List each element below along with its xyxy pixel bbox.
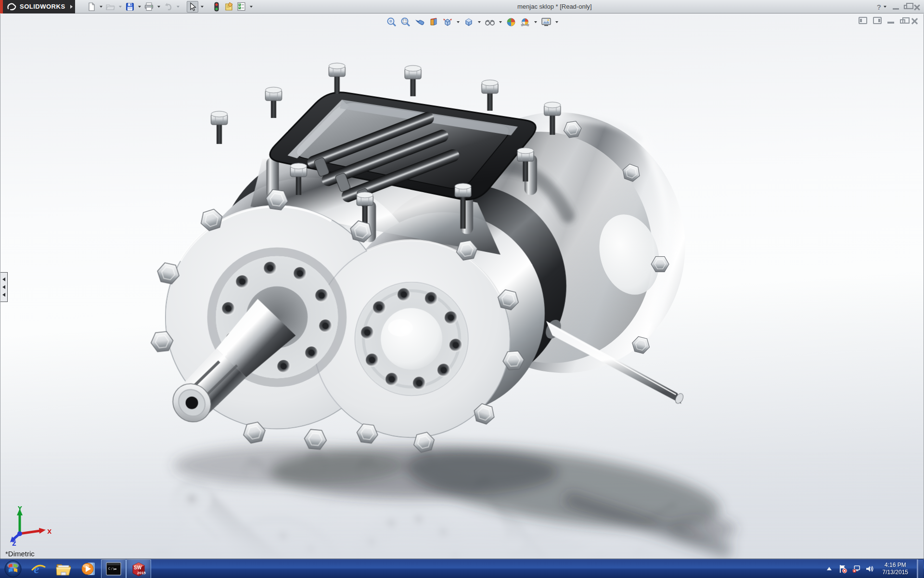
restore-document-button[interactable] <box>900 19 905 24</box>
titlebar: SOLIDWORKS <box>0 0 924 13</box>
save-dropdown-caret[interactable] <box>138 6 141 8</box>
previous-view-icon <box>414 17 425 27</box>
network-disconnected-icon <box>852 565 860 573</box>
undo-icon <box>164 2 173 11</box>
taskbar-item-command-prompt[interactable]: C:\ <box>101 559 126 578</box>
network-status-button[interactable] <box>852 565 860 573</box>
help-button[interactable]: ? <box>877 3 888 11</box>
taskbar-clock[interactable]: 4:16 PM 7/13/2015 <box>879 562 912 576</box>
triad-x-label: X <box>47 528 52 535</box>
start-button[interactable] <box>0 559 26 578</box>
zoom-to-fit-icon <box>386 17 397 27</box>
show-hidden-icons-button[interactable] <box>825 565 834 573</box>
windows-start-icon <box>4 560 22 578</box>
select-button[interactable] <box>187 1 198 13</box>
open-folder-icon <box>106 2 115 11</box>
edit-appearance-button[interactable] <box>505 16 517 28</box>
select-dropdown-caret[interactable] <box>201 6 204 8</box>
new-document-button[interactable] <box>86 1 97 13</box>
new-dropdown-caret[interactable] <box>100 6 103 8</box>
featuremanager-collapsed-tab[interactable] <box>0 272 8 302</box>
zoom-to-area-icon <box>400 17 411 27</box>
zoom-to-fit-button[interactable] <box>385 16 398 28</box>
options-button[interactable] <box>236 1 247 13</box>
graphics-area[interactable]: Y X Z *Dimetric <box>0 14 924 559</box>
close-icon <box>914 4 920 10</box>
taskbar-item-windows-explorer[interactable] <box>51 559 76 578</box>
hide-show-items-caret[interactable] <box>499 21 502 23</box>
volume-speaker-icon <box>865 565 874 573</box>
print-dropdown-caret[interactable] <box>157 6 160 8</box>
pane-frame-icon <box>873 17 882 24</box>
view-orientation-icon <box>442 17 453 27</box>
open-dropdown-caret <box>119 6 122 8</box>
print-icon <box>144 2 154 11</box>
restore-icon <box>904 5 909 9</box>
hide-show-items-icon <box>484 17 496 27</box>
sw-icon-badge: 2015 <box>137 571 146 575</box>
apply-scene-button[interactable] <box>519 16 531 28</box>
help-dropdown-caret[interactable] <box>884 6 886 8</box>
display-style-caret[interactable] <box>478 21 481 23</box>
taskbar-item-internet-explorer[interactable]: e <box>26 559 51 578</box>
minimize-document-button[interactable] <box>887 22 894 24</box>
expand-pane-arrow-icon <box>2 277 5 281</box>
zoom-to-area-button[interactable] <box>399 16 412 28</box>
toggle-right-pane-button[interactable] <box>873 17 882 24</box>
clock-date: 7/13/2015 <box>883 569 908 576</box>
taskbar-item-solidworks-2015[interactable]: SW 2015 <box>126 559 151 578</box>
restore-button[interactable] <box>904 5 909 9</box>
headsup-view-toolbar <box>385 16 560 28</box>
volume-button[interactable] <box>865 565 874 573</box>
apply-scene-icon <box>519 17 531 27</box>
taskbar: e <box>0 559 924 578</box>
file-properties-button[interactable] <box>223 1 235 13</box>
sw-icon-letters: SW <box>134 565 142 570</box>
view-settings-caret[interactable] <box>555 21 558 23</box>
windows-explorer-icon <box>55 562 72 576</box>
solidworks-logo: SOLIDWORKS <box>3 0 68 13</box>
solidworks-2015-icon: SW 2015 <box>130 561 147 577</box>
file-properties-icon <box>224 2 234 11</box>
display-style-button[interactable] <box>462 16 475 28</box>
options-dropdown-caret[interactable] <box>250 6 253 8</box>
3d-scene[interactable] <box>0 14 924 559</box>
save-floppy-icon <box>126 2 134 11</box>
orientation-triad: Y X Z <box>7 505 53 546</box>
view-orientation-button[interactable] <box>441 16 454 28</box>
undo-button[interactable] <box>163 1 174 13</box>
minimize-icon <box>893 8 899 10</box>
minimize-button[interactable] <box>893 4 899 10</box>
triad-y-label: Y <box>17 505 22 512</box>
document-window-controls <box>859 17 918 24</box>
window-controls: ? <box>877 0 920 13</box>
view-settings-button[interactable] <box>540 16 552 28</box>
previous-view-button[interactable] <box>413 16 426 28</box>
close-document-button[interactable] <box>911 17 918 24</box>
print-button[interactable] <box>143 1 155 13</box>
selection-filter-button[interactable] <box>211 1 222 13</box>
show-desktop-button[interactable] <box>917 559 923 578</box>
apply-scene-caret[interactable] <box>534 21 537 23</box>
toggle-left-pane-button[interactable] <box>859 17 867 24</box>
undo-dropdown-caret <box>177 6 180 8</box>
selection-filter-icon <box>214 2 219 12</box>
menu-expand-button[interactable] <box>68 0 75 13</box>
cmd-icon-text: C:\ <box>108 567 115 571</box>
open-button[interactable] <box>105 1 116 13</box>
options-icon <box>237 2 246 11</box>
action-center-flag-icon <box>838 565 847 573</box>
taskbar-item-media-player[interactable] <box>76 559 101 578</box>
hide-show-items-button[interactable] <box>484 16 496 28</box>
media-player-icon <box>81 561 96 577</box>
view-orientation-caret[interactable] <box>457 21 460 23</box>
action-center-button[interactable] <box>838 565 847 573</box>
pane-left-icon <box>860 19 862 22</box>
ds-logo-icon <box>7 2 17 11</box>
view-orientation-label: *Dimetric <box>5 550 35 558</box>
new-document-icon <box>87 2 96 11</box>
save-button[interactable] <box>124 1 136 13</box>
menu-bar-toolbar <box>86 1 254 13</box>
section-view-button[interactable] <box>427 16 440 28</box>
close-button[interactable] <box>914 4 920 10</box>
